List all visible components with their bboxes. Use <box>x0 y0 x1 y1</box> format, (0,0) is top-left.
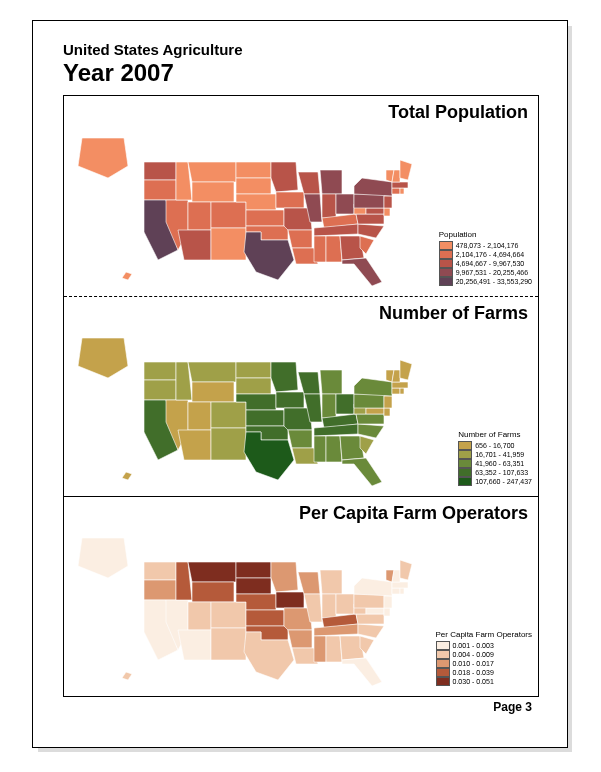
legend-swatch <box>436 677 450 686</box>
legend-swatch <box>458 450 472 459</box>
state-IA <box>276 592 304 608</box>
legend-label: 16,701 - 41,959 <box>475 450 524 459</box>
state-FL <box>342 258 382 286</box>
state-NJ <box>384 396 392 408</box>
state-CO <box>211 202 246 228</box>
legend-population: Population 478,073 - 2,104,176 2,104,176… <box>439 230 532 286</box>
state-AR <box>288 230 312 248</box>
page-subtitle: United States Agriculture <box>63 41 537 58</box>
legend-percapita: Per Capita Farm Operators 0.001 - 0.003 … <box>436 630 532 686</box>
state-KS <box>246 210 284 226</box>
state-MT <box>188 162 236 182</box>
state-VA <box>356 614 384 624</box>
state-CT <box>392 188 400 194</box>
state-MN <box>271 562 298 592</box>
legend-row: 41,960 - 63,351 <box>458 459 532 468</box>
state-MI <box>320 570 342 594</box>
state-MD <box>366 408 384 414</box>
legend-label: 0.004 - 0.009 <box>453 650 494 659</box>
state-IN <box>322 194 336 218</box>
state-NM <box>211 228 246 260</box>
state-OH <box>336 594 354 614</box>
report-page: United States Agriculture Year 2007 Tota… <box>32 20 568 748</box>
state-IA <box>276 192 304 208</box>
legend-swatch <box>436 650 450 659</box>
state-IA <box>276 392 304 408</box>
state-WI <box>298 572 320 594</box>
legend-row: 9,967,531 - 20,255,466 <box>439 268 532 277</box>
state-AK <box>78 338 128 378</box>
legend-swatch <box>458 459 472 468</box>
state-DE <box>384 408 390 416</box>
legend-row: 656 - 16,700 <box>458 441 532 450</box>
us-map-percapita <box>66 522 436 694</box>
state-RI <box>400 188 404 194</box>
state-WI <box>298 172 320 194</box>
legend-swatch <box>439 268 453 277</box>
state-ND <box>236 562 271 578</box>
state-AL <box>326 436 342 462</box>
legend-row: 0.001 - 0.003 <box>436 641 532 650</box>
map-title: Total Population <box>388 102 528 123</box>
state-TN <box>314 624 358 636</box>
state-SD <box>236 178 271 194</box>
state-NC <box>358 424 384 438</box>
us-map-population <box>66 122 436 294</box>
state-PA <box>354 594 384 608</box>
legend-swatch <box>458 468 472 477</box>
map-title: Number of Farms <box>379 303 528 324</box>
state-MD <box>366 608 384 614</box>
legend-row: 20,256,491 - 33,553,290 <box>439 277 532 286</box>
state-HI <box>122 272 132 280</box>
state-FL <box>342 458 382 486</box>
state-VA <box>356 214 384 224</box>
state-OR <box>144 380 176 400</box>
state-NM <box>211 628 246 660</box>
state-NJ <box>384 196 392 208</box>
legend-swatch <box>439 259 453 268</box>
state-IN <box>322 594 336 618</box>
state-AZ <box>178 430 211 460</box>
map-title: Per Capita Farm Operators <box>299 503 528 524</box>
state-MS <box>314 236 326 262</box>
state-OR <box>144 580 176 600</box>
state-SD <box>236 378 271 394</box>
legend-swatch <box>436 668 450 677</box>
state-WA <box>144 362 176 380</box>
legend-swatch <box>439 250 453 259</box>
legend-row: 0.004 - 0.009 <box>436 650 532 659</box>
legend-row: 107,660 - 247,437 <box>458 477 532 486</box>
state-NM <box>211 428 246 460</box>
state-AK <box>78 138 128 178</box>
state-OH <box>336 194 354 214</box>
state-CO <box>211 402 246 428</box>
state-AL <box>326 636 342 662</box>
state-KS <box>246 410 284 426</box>
state-NJ <box>384 596 392 608</box>
state-FL <box>342 658 382 686</box>
state-AR <box>288 430 312 448</box>
state-WY <box>192 182 234 202</box>
state-AR <box>288 630 312 648</box>
state-UT <box>188 402 211 430</box>
map-panel-percapita: Per Capita Farm Operators Per Capita Far… <box>64 496 538 696</box>
legend-swatch <box>436 641 450 650</box>
page-header: United States Agriculture Year 2007 <box>63 41 537 87</box>
state-WA <box>144 562 176 580</box>
state-ME <box>400 560 412 580</box>
state-AL <box>326 236 342 262</box>
state-ND <box>236 362 271 378</box>
state-WY <box>192 582 234 602</box>
legend-swatch <box>439 241 453 250</box>
state-CO <box>211 602 246 628</box>
state-CT <box>392 588 400 594</box>
state-MA <box>392 182 408 188</box>
state-CT <box>392 388 400 394</box>
state-ME <box>400 360 412 380</box>
state-MA <box>392 382 408 388</box>
legend-label: 0.010 - 0.017 <box>453 659 494 668</box>
state-MN <box>271 162 298 192</box>
legend-swatch <box>439 277 453 286</box>
state-KS <box>246 610 284 626</box>
legend-row: 0.030 - 0.051 <box>436 677 532 686</box>
